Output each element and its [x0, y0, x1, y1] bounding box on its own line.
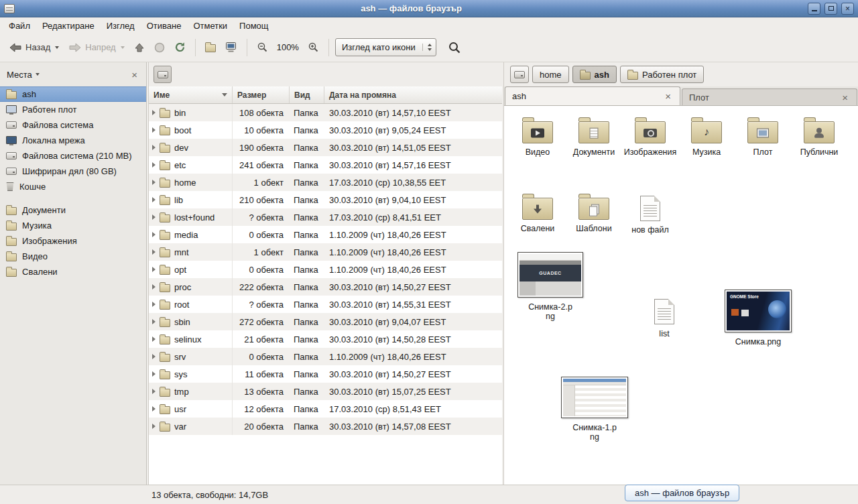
sidebar-item-documents[interactable]: Документи	[0, 202, 146, 218]
sidebar-item-music[interactable]: Музика	[0, 218, 146, 233]
path-root-button[interactable]	[154, 66, 172, 83]
tab-close-icon[interactable]: ×	[840, 92, 850, 103]
view-mode-select[interactable]: Изглед като икони	[335, 38, 436, 56]
expander-icon[interactable]	[152, 267, 156, 272]
expander-icon[interactable]	[152, 214, 156, 220]
file-list[interactable]: list	[644, 299, 685, 338]
menu-item-help[interactable]: Помощ	[233, 19, 274, 32]
table-row[interactable]: mnt1 обектПапка1.10.2009 (чт) 18,40,26 E…	[149, 243, 502, 261]
table-row[interactable]: srv0 обектаПапка1.10.2009 (чт) 18,40,26 …	[149, 348, 502, 365]
minimize-button[interactable]	[808, 3, 820, 15]
menu-item-edit[interactable]: Редактиране	[36, 19, 101, 32]
menu-item-view[interactable]: Изглед	[101, 19, 141, 32]
sidebar-item-ash[interactable]: ash	[0, 86, 146, 102]
path-desktop-button[interactable]: Работен плот	[620, 66, 704, 83]
file-snimka[interactable]: GNOME Store Снимка.png	[721, 290, 795, 346]
zoom-in-button[interactable]	[303, 38, 324, 57]
menu-item-file[interactable]: Файл	[3, 19, 36, 32]
sidebar-item-network[interactable]: Локална мрежа	[0, 133, 146, 148]
computer-button[interactable]	[221, 38, 242, 57]
icon-item-pictures[interactable]: Изображения	[622, 115, 678, 157]
search-button[interactable]	[443, 37, 466, 58]
expander-icon[interactable]	[152, 232, 156, 237]
stop-button[interactable]	[149, 38, 170, 57]
icon-item-desktop[interactable]: Плот	[735, 115, 791, 157]
sidebar-item-pictures[interactable]: Изображения	[0, 233, 146, 249]
maximize-button[interactable]	[824, 3, 837, 15]
home-button[interactable]	[200, 38, 221, 56]
menu-item-go[interactable]: Отиване	[141, 19, 188, 32]
expander-icon[interactable]	[152, 371, 156, 377]
tab-plot[interactable]: Плот×	[682, 88, 857, 105]
table-row[interactable]: usr12 обектаПапка17.03.2010 (ср) 8,51,43…	[149, 400, 502, 418]
table-row[interactable]: selinux21 обектаПапка30.03.2010 (вт) 14,…	[149, 330, 502, 348]
table-row[interactable]: root? обектаПапка30.03.2010 (вт) 14,55,3…	[149, 296, 502, 313]
tab-ash[interactable]: ash×	[505, 86, 680, 105]
expander-icon[interactable]	[152, 406, 156, 412]
table-row[interactable]: bin108 обектаПапка30.03.2010 (вт) 14,57,…	[149, 104, 502, 121]
path-root-button[interactable]	[510, 66, 529, 83]
column-header-name[interactable]: Име	[149, 86, 233, 103]
icon-item-templates[interactable]: Шаблони	[566, 192, 622, 235]
icon-item-new-file[interactable]: нов файл	[622, 192, 678, 235]
icon-item-documents[interactable]: Документи	[566, 115, 622, 157]
sidebar-item-downloads[interactable]: Свалени	[0, 264, 146, 279]
file-snimka-2[interactable]: GUADEC Снимка-2.png	[513, 252, 587, 322]
zoom-out-button[interactable]	[252, 38, 273, 57]
expander-icon[interactable]	[152, 145, 156, 150]
expander-icon[interactable]	[152, 336, 156, 342]
expander-icon[interactable]	[152, 302, 156, 307]
expander-icon[interactable]	[152, 319, 156, 324]
expander-icon[interactable]	[152, 197, 156, 202]
table-row[interactable]: sys11 обектаПапка30.03.2010 (вт) 14,50,2…	[149, 365, 502, 383]
places-close-button[interactable]: ×	[129, 69, 139, 80]
expander-icon[interactable]	[152, 180, 156, 185]
expander-icon[interactable]	[152, 110, 156, 115]
table-row[interactable]: home1 обектПапка17.03.2010 (ср) 10,38,55…	[149, 174, 502, 191]
icon-item-downloads[interactable]: Свалени	[509, 192, 566, 235]
menu-item-bookmarks[interactable]: Отметки	[187, 19, 233, 32]
table-row[interactable]: opt0 обектаПапка1.10.2009 (чт) 18,40,26 …	[149, 261, 502, 278]
expander-icon[interactable]	[152, 127, 156, 133]
close-button[interactable]: ×	[841, 3, 854, 15]
expander-icon[interactable]	[152, 162, 156, 168]
expander-icon[interactable]	[152, 424, 156, 429]
table-row[interactable]: proc222 обектаПапка30.03.2010 (вт) 14,50…	[149, 278, 502, 296]
table-row[interactable]: lost+found? обектаПапка17.03.2010 (ср) 8…	[149, 208, 502, 226]
column-header-type[interactable]: Вид	[290, 86, 324, 103]
sidebar-item-desktop[interactable]: Работен плот	[0, 102, 146, 117]
icon-item-music[interactable]: ♪Музика	[678, 115, 735, 157]
zoom-level-label[interactable]: 100%	[273, 42, 303, 52]
sidebar-item-video[interactable]: Видео	[0, 249, 146, 264]
taskbar-window-button[interactable]: ash — файлов браузър	[625, 485, 739, 501]
table-row[interactable]: var20 обектаПапка30.03.2010 (вт) 14,57,0…	[149, 418, 502, 435]
back-button[interactable]: Назад	[4, 38, 64, 57]
expander-icon[interactable]	[152, 354, 156, 359]
table-row[interactable]: tmp13 обектаПапка30.03.2010 (вт) 15,07,2…	[149, 383, 502, 400]
column-header-size[interactable]: Размер	[233, 86, 290, 103]
table-row[interactable]: lib210 обектаПапка30.03.2010 (вт) 9,04,1…	[149, 191, 502, 208]
places-title[interactable]: Места	[7, 70, 32, 80]
table-row[interactable]: sbin272 обектаПапка30.03.2010 (вт) 9,04,…	[149, 313, 502, 330]
path-ash-button[interactable]: ash	[572, 66, 617, 83]
expander-icon[interactable]	[152, 249, 156, 255]
path-home-button[interactable]: home	[532, 66, 569, 83]
sidebar-item-trash[interactable]: Кошче	[0, 179, 146, 194]
up-button[interactable]	[129, 38, 149, 57]
sidebar-item-encrypted[interactable]: Шифриран дял (80 GB)	[0, 164, 146, 179]
icon-item-video[interactable]: Видео	[509, 115, 566, 157]
column-header-date[interactable]: Дата на промяна	[324, 86, 502, 103]
forward-button[interactable]: Напред	[64, 38, 129, 57]
sidebar-item-filesystem-210mb[interactable]: Файлова система (210 MB)	[0, 148, 146, 164]
table-row[interactable]: etc241 обектаПапка30.03.2010 (вт) 14,57,…	[149, 156, 502, 174]
file-snimka-1[interactable]: Снимка-1.png	[558, 377, 631, 442]
expander-icon[interactable]	[152, 284, 156, 290]
table-row[interactable]: media0 обектаПапка1.10.2009 (чт) 18,40,2…	[149, 226, 502, 243]
places-dropdown-icon[interactable]	[36, 73, 40, 76]
icon-item-public[interactable]: Публични	[791, 115, 847, 157]
sidebar-item-filesystem[interactable]: Файлова система	[0, 117, 146, 133]
expander-icon[interactable]	[152, 389, 156, 394]
table-row[interactable]: boot10 обектаПапка30.03.2010 (вт) 9,05,2…	[149, 121, 502, 139]
table-row[interactable]: dev190 обектаПапка30.03.2010 (вт) 14,51,…	[149, 139, 502, 156]
tab-close-icon[interactable]: ×	[663, 90, 673, 102]
